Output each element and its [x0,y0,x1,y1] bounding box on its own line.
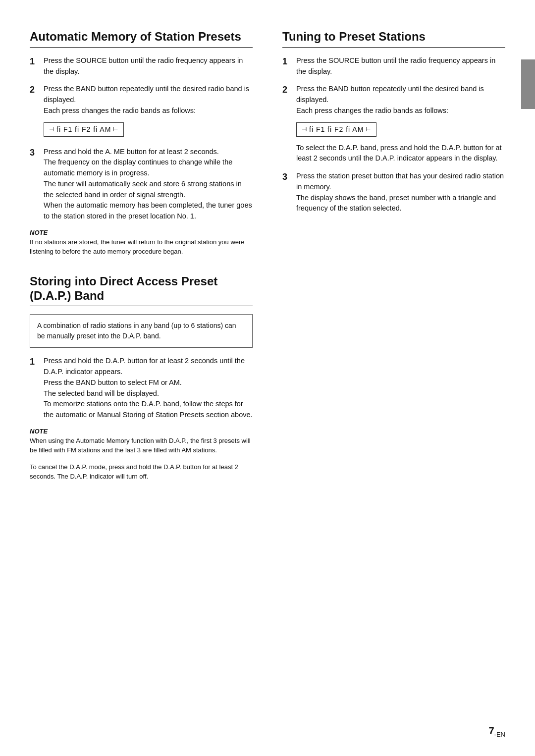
step-item: 1 Press and hold the D.A.P. button for a… [30,356,253,421]
step-number: 3 [30,147,41,222]
step-content: Press the BAND button repeatedly until t… [296,84,505,164]
band-diagram-2: ⊣ fi F1 fi F2 fi AM ⊢ [296,122,376,137]
page-container: Automatic Memory of Station Presets 1 Pr… [0,0,535,756]
right-column: Tuning to Preset Stations 1 Press the SO… [272,30,505,726]
section-tuning: Tuning to Preset Stations 1 Press the SO… [282,30,505,214]
main-content: Automatic Memory of Station Presets 1 Pr… [0,0,535,756]
arrow-right-icon: ⊢ [113,125,118,134]
step-number: 1 [30,55,41,77]
page-number-value: 7 [488,725,494,736]
section-tuning-title: Tuning to Preset Stations [282,30,505,44]
step-text: Press the BAND button repeatedly until t… [44,85,249,114]
note-label: NOTE [30,229,253,236]
section2-divider [30,306,253,306]
step-number: 1 [30,356,41,421]
step-item: 3 Press and hold the A. ME button for at… [30,147,253,222]
dap-info-box: A combination of radio stations in any b… [30,314,253,348]
section2-steps: 1 Press and hold the D.A.P. button for a… [30,356,253,421]
arrow-right-icon: ⊢ [366,125,371,134]
tuning-divider [282,47,505,48]
section1-divider [30,47,253,48]
step-item: 2 Press the BAND button repeatedly until… [30,84,253,139]
tuning-steps: 1 Press the SOURCE button until the radi… [282,55,505,214]
arrow-left-icon: ⊣ [49,125,54,134]
step-content: Press the station preset button that has… [296,171,505,214]
dap-note-text2: To cancel the D.A.P. mode, press and hol… [30,462,253,482]
step-text: Press the SOURCE button until the radio … [44,56,243,75]
page-suffix: -EN [494,731,505,738]
step-content: Press and hold the A. ME button for at l… [44,147,253,222]
step-item: 1 Press the SOURCE button until the radi… [30,55,253,77]
section-automatic-memory: Automatic Memory of Station Presets 1 Pr… [30,30,253,257]
dap-note-label: NOTE [30,428,253,435]
band-labels-right: fi F1 fi F2 fi AM [309,124,364,135]
step-content: Press and hold the D.A.P. button for at … [44,356,253,421]
dap-note: To select the D.A.P. band, press and hol… [296,144,502,162]
step-content: Press the SOURCE button until the radio … [44,55,253,77]
page-number: 7-EN [488,725,505,738]
section-dap: Storing into Direct Access Preset (D.A.P… [30,274,253,482]
step-item: 2 Press the BAND button repeatedly until… [282,84,505,164]
left-column: Automatic Memory of Station Presets 1 Pr… [30,30,272,726]
step-content: Press the SOURCE button until the radio … [296,55,505,77]
band-labels: fi F1 fi F2 fi AM [56,124,111,135]
step-number: 3 [282,171,293,214]
section1-steps: 1 Press the SOURCE button until the radi… [30,55,253,222]
dap-note-text1: When using the Automatic Memory function… [30,436,253,455]
step-item: 1 Press the SOURCE button until the radi… [282,55,505,77]
step-number: 1 [282,55,293,77]
arrow-left-icon: ⊣ [302,125,307,134]
step-number: 2 [282,84,293,164]
step-item: 3 Press the station preset button that h… [282,171,505,214]
note-text: If no stations are stored, the tuner wil… [30,237,253,257]
band-diagram-1: ⊣ fi F1 fi F2 fi AM ⊢ [44,122,124,137]
step-number: 2 [30,84,41,139]
section1-title: Automatic Memory of Station Presets [30,30,253,44]
section2-title: Storing into Direct Access Preset (D.A.P… [30,274,253,303]
side-tab [521,59,535,109]
step-content: Press the BAND button repeatedly until t… [44,84,253,139]
